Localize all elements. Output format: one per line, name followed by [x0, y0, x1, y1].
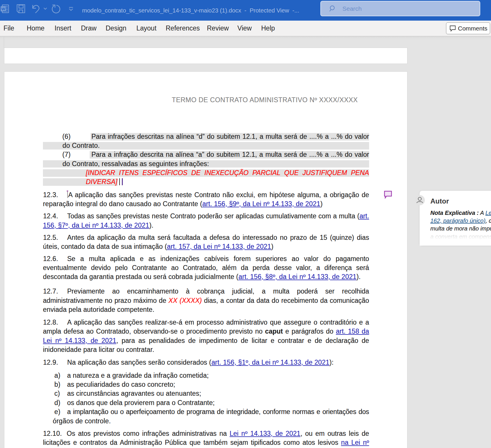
svg-text:W: W: [1, 7, 5, 11]
